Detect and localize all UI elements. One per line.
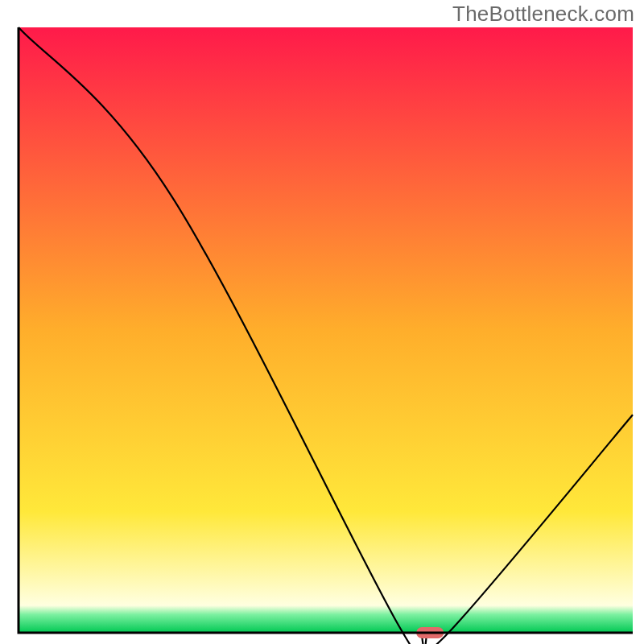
chart-container: TheBottleneck.com	[0, 0, 644, 644]
plot-background	[19, 27, 633, 633]
bottleneck-chart	[0, 0, 644, 644]
watermark-label: TheBottleneck.com	[452, 2, 634, 27]
